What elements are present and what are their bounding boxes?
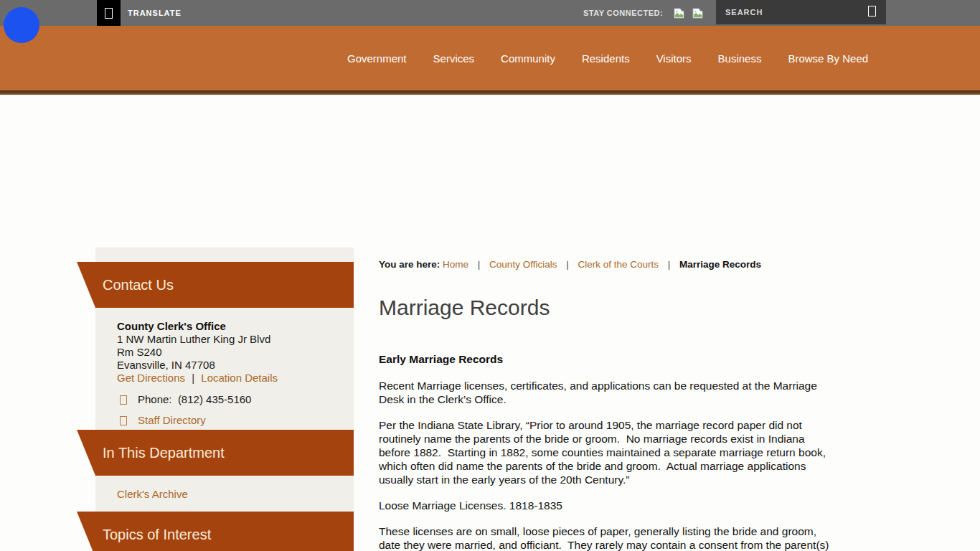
- topics-of-interest-header: Topics of Interest: [77, 512, 354, 551]
- nav-item-browse-by-need[interactable]: Browse By Need: [788, 52, 868, 65]
- nav-item-government[interactable]: Government: [347, 52, 407, 65]
- address-line: 1 NW Martin Luther King Jr Blvd: [117, 333, 339, 346]
- search-icon[interactable]: [868, 6, 876, 19]
- page-title: Marriage Records: [379, 296, 550, 320]
- breadcrumb-separator: |: [566, 259, 569, 270]
- breadcrumb-prefix: You are here:: [379, 259, 440, 270]
- stay-connected-label: STAY CONNECTED:: [583, 9, 663, 17]
- phone-number: Phone: (812) 435-5160: [138, 393, 251, 406]
- nav-item-community[interactable]: Community: [501, 52, 555, 65]
- translate-button[interactable]: [97, 0, 121, 26]
- department-links: Clerk's Archive: [117, 488, 188, 500]
- search-input[interactable]: SEARCH: [716, 0, 886, 24]
- search-placeholder: SEARCH: [716, 8, 868, 17]
- band-divider-light: [0, 93, 980, 95]
- breadcrumb-link-home[interactable]: Home: [443, 259, 468, 270]
- main-navigation: Government Services Community Residents …: [347, 26, 868, 90]
- broken-image-icon[interactable]: [692, 8, 703, 19]
- broken-image-icon[interactable]: [674, 8, 684, 19]
- topics-of-interest-title: Topics of Interest: [103, 527, 211, 543]
- nav-item-services[interactable]: Services: [433, 52, 475, 65]
- paragraph: Loose Marriage Licenses. 1818-1835: [379, 499, 829, 512]
- office-name: County Clerk's Office: [117, 320, 339, 333]
- address-line: Rm S240: [117, 346, 339, 359]
- breadcrumb-separator: |: [478, 259, 481, 270]
- breadcrumb-link-county-officials[interactable]: County Officials: [489, 259, 557, 270]
- clerks-archive-link[interactable]: Clerk's Archive: [117, 488, 188, 500]
- staff-directory-link[interactable]: Staff Directory: [138, 414, 206, 427]
- breadcrumb: You are here: Home | County Officials | …: [379, 259, 881, 270]
- translate-label[interactable]: TRANSLATE: [128, 0, 182, 26]
- breadcrumb-current: Marriage Records: [679, 259, 761, 270]
- staff-directory-row: Staff Directory: [117, 414, 339, 427]
- nav-item-visitors[interactable]: Visitors: [656, 52, 692, 65]
- paragraph: These licenses are on small, loose piece…: [379, 524, 829, 551]
- get-directions-link[interactable]: Get Directions: [117, 372, 185, 384]
- nav-item-business[interactable]: Business: [718, 52, 762, 65]
- contact-links-row: Get Directions | Location Details: [117, 372, 339, 385]
- contact-us-title: Contact Us: [103, 277, 174, 293]
- breadcrumb-separator: |: [668, 259, 671, 270]
- links-separator: |: [192, 372, 194, 384]
- paragraph: Recent Marriage licenses, certificates, …: [379, 379, 829, 406]
- main-content: Early Marriage Records Recent Marriage l…: [379, 352, 829, 551]
- top-utility-bar: TRANSLATE STAY CONNECTED: SEARCH: [0, 0, 980, 26]
- contact-us-header: Contact Us: [77, 262, 354, 308]
- location-details-link[interactable]: Location Details: [201, 372, 278, 384]
- contact-info-block: County Clerk's Office 1 NW Martin Luther…: [117, 320, 339, 427]
- phone-icon: [120, 395, 127, 405]
- site-logo[interactable]: [4, 7, 39, 43]
- section-heading: Early Marriage Records: [379, 352, 829, 366]
- translate-icon: [105, 8, 113, 19]
- breadcrumb-link-clerk-of-the-courts[interactable]: Clerk of the Courts: [578, 259, 659, 270]
- in-this-department-title: In This Department: [103, 445, 225, 461]
- stay-connected-group: STAY CONNECTED:: [583, 0, 703, 26]
- paragraph: Per the Indiana State Library, “Prior to…: [379, 418, 829, 486]
- nav-item-residents[interactable]: Residents: [582, 52, 630, 65]
- address-line: Evansville, IN 47708: [117, 359, 339, 372]
- staff-directory-icon: [120, 416, 127, 425]
- in-this-department-header: In This Department: [77, 430, 354, 476]
- phone-row: Phone: (812) 435-5160: [117, 393, 339, 406]
